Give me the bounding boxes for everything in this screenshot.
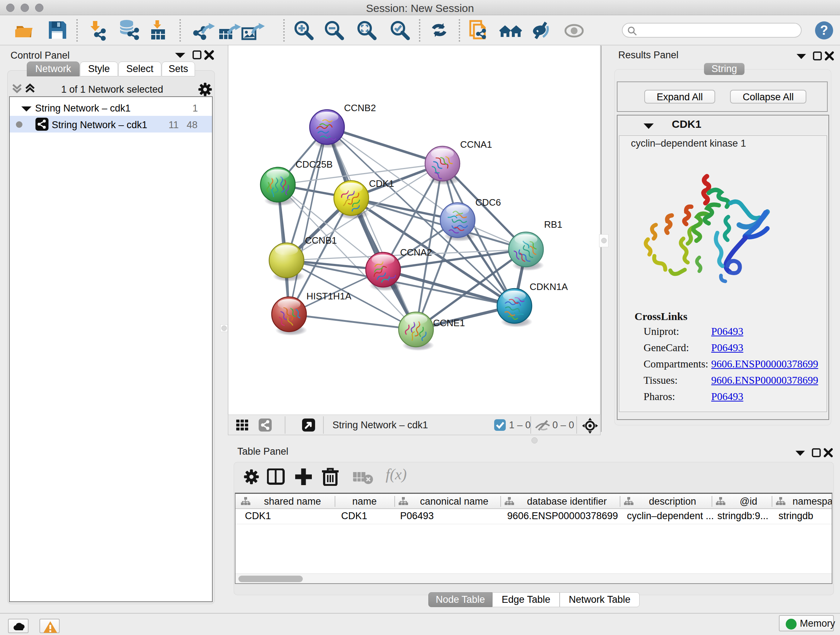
svg-text:HIST1H1A: HIST1H1A bbox=[306, 291, 352, 302]
svg-text:CCNB1: CCNB1 bbox=[305, 235, 337, 246]
svg-text:CCNB2: CCNB2 bbox=[344, 103, 376, 113]
svg-text:CDKN1A: CDKN1A bbox=[530, 281, 568, 292]
svg-text:CDC6: CDC6 bbox=[475, 197, 501, 208]
svg-text:?: ? bbox=[820, 23, 828, 38]
svg-text:CDC25B: CDC25B bbox=[295, 159, 333, 170]
svg-text:RB1: RB1 bbox=[544, 219, 562, 230]
svg-text:CCNA2: CCNA2 bbox=[400, 247, 432, 258]
svg-text:CCNA1: CCNA1 bbox=[460, 139, 492, 150]
svg-text:CCNE1: CCNE1 bbox=[433, 318, 465, 328]
svg-text:CDK1: CDK1 bbox=[369, 178, 394, 189]
